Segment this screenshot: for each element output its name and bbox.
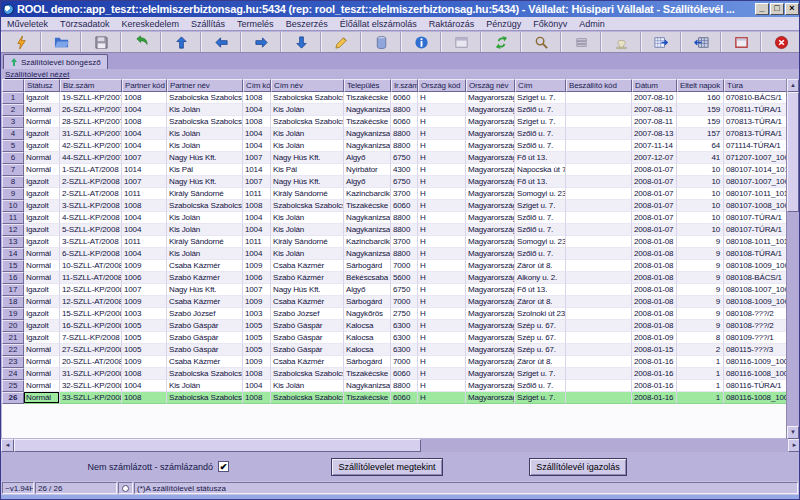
cell-eltelt-napok[interactable]: 9 <box>677 260 724 272</box>
cell-st-tusz[interactable]: Igazolt <box>24 236 60 248</box>
cell-partner-k-d[interactable]: 1008 <box>122 368 167 380</box>
cell-c-m[interactable]: Szőlő u. 7. <box>515 128 566 140</box>
cell-st-tusz[interactable]: Normál <box>24 296 60 308</box>
cell-eltelt-napok[interactable]: 8 <box>677 332 724 344</box>
cell-eltelt-napok[interactable]: 41 <box>677 152 724 164</box>
cell-orsz-g-n-v[interactable]: Magyarország <box>466 200 515 212</box>
cell-telep-l-s[interactable]: Kalocsa <box>344 320 391 332</box>
cell-biz-sz-m[interactable]: 15-SZLL-KP/2008 <box>60 308 122 320</box>
cell-orsz-g-n-v[interactable]: Magyarország <box>466 140 515 152</box>
tab-szallitolevel-bongeszo[interactable]: Szállítólevél böngésző <box>3 54 108 69</box>
cell-t-ra[interactable]: 071114-TÚRA/1 <box>724 140 788 152</box>
table-import-icon[interactable] <box>681 32 721 52</box>
cell-st-tusz[interactable]: Igazolt <box>24 284 60 296</box>
cell-besz-ll-t-k-d[interactable] <box>566 236 632 248</box>
cell-ir-sz-m[interactable]: 4300 <box>391 164 418 176</box>
cell-d-tum[interactable]: 2008-01-08 <box>632 320 677 332</box>
cell-c-m-k-d[interactable]: 1004 <box>243 212 271 224</box>
cell-partner-k-d[interactable]: 1011 <box>122 188 167 200</box>
cell-telep-l-s[interactable]: Nagykőrös <box>344 308 391 320</box>
cell-ir-sz-m[interactable]: 6300 <box>391 344 418 356</box>
row-number[interactable]: 8 <box>2 176 24 188</box>
cell-c-m-k-d[interactable]: 1008 <box>243 200 271 212</box>
cell-orsz-g-n-v[interactable]: Magyarország <box>466 296 515 308</box>
cell-st-tusz[interactable]: Normál <box>24 152 60 164</box>
cell-c-m[interactable]: Szőlő u. 7. <box>515 380 566 392</box>
cell-orsz-g-k-d[interactable]: H <box>418 368 466 380</box>
cell-d-tum[interactable]: 2008-01-16 <box>632 356 677 368</box>
cell-partner-n-v[interactable]: Kis Jolán <box>167 224 243 236</box>
cell-eltelt-napok[interactable]: 9 <box>677 320 724 332</box>
prev-record-icon[interactable] <box>201 32 241 52</box>
column-header-d-tum[interactable]: Dátum <box>632 79 677 92</box>
cell-partner-k-d[interactable]: 1004 <box>122 380 167 392</box>
cell-partner-n-v[interactable]: Szabó József <box>167 308 243 320</box>
cell-orsz-g-n-v[interactable]: Magyarország <box>466 212 515 224</box>
cell-partner-k-d[interactable]: 1005 <box>122 344 167 356</box>
row-number[interactable]: 21 <box>2 332 24 344</box>
cell-besz-ll-t-k-d[interactable] <box>566 176 632 188</box>
cell-telep-l-s[interactable]: Kazincbarcika <box>344 188 391 200</box>
cell-partner-n-v[interactable]: Szabó Kázmér <box>167 272 243 284</box>
cell-partner-k-d[interactable]: 1008 <box>122 116 167 128</box>
cell-c-m[interactable]: Szép u. 67. <box>515 344 566 356</box>
radio-icon[interactable] <box>122 485 129 492</box>
cell-eltelt-napok[interactable]: 10 <box>677 188 724 200</box>
cell-st-tusz[interactable]: Igazolt <box>24 308 60 320</box>
cell-eltelt-napok[interactable]: 9 <box>677 284 724 296</box>
cell-c-m-k-d[interactable]: 1009 <box>243 296 271 308</box>
cell-biz-sz-m[interactable]: 10-SZLL-AT/2008 <box>60 260 122 272</box>
cell-partner-k-d[interactable]: 1009 <box>122 356 167 368</box>
cell-orsz-g-k-d[interactable]: H <box>418 200 466 212</box>
column-header-orsz-g-n-v[interactable]: Ország név <box>466 79 515 92</box>
row-number[interactable]: 24 <box>2 368 24 380</box>
cell-orsz-g-k-d[interactable]: H <box>418 116 466 128</box>
cell-besz-ll-t-k-d[interactable] <box>566 224 632 236</box>
cell-st-tusz[interactable]: Igazolt <box>24 332 60 344</box>
cell-eltelt-napok[interactable]: 9 <box>677 236 724 248</box>
cell-st-tusz[interactable]: Igazolt <box>24 212 60 224</box>
table-row[interactable]: 22Normál27-SZLL-KP/20081005Szabó Gáspár1… <box>2 344 788 356</box>
menu-f-k-nyv[interactable]: Főkönyv <box>527 19 573 29</box>
cell-c-m-n-v[interactable]: Csaba Kázmér <box>271 356 344 368</box>
cell-st-tusz[interactable]: Igazolt <box>24 92 60 104</box>
cell-telep-l-s[interactable]: Nagykanizsa <box>344 128 391 140</box>
cell-telep-l-s[interactable]: Tiszakécske <box>344 368 391 380</box>
cell-c-m-k-d[interactable]: 1007 <box>243 284 271 296</box>
cell-t-ra[interactable]: 070813-TÚRA/1 <box>724 116 788 128</box>
column-header-partner-n-v[interactable]: Partner név <box>167 79 243 92</box>
cell-c-m-k-d[interactable]: 1005 <box>243 320 271 332</box>
cell-biz-sz-m[interactable]: 26-SZLL-KP/2007 <box>60 104 122 116</box>
cell-partner-n-v[interactable]: Szabolcska Szabolcs <box>167 368 243 380</box>
cell-c-m-k-d[interactable]: 1014 <box>243 164 271 176</box>
cell-telep-l-s[interactable]: Kazincbarcika <box>344 236 391 248</box>
cell-besz-ll-t-k-d[interactable] <box>566 356 632 368</box>
cell-eltelt-napok[interactable]: 9 <box>677 296 724 308</box>
cell-t-ra[interactable]: 080107-TÚRA/1 <box>724 224 788 236</box>
menu-rakt-roz-s[interactable]: Raktározás <box>423 19 481 29</box>
cell-biz-sz-m[interactable]: 12-SZLL-KP/2008 <box>60 284 122 296</box>
cell-c-m[interactable]: Napocska út 7. <box>515 164 566 176</box>
cell-ir-sz-m[interactable]: 6750 <box>391 176 418 188</box>
cell-st-tusz[interactable]: Igazolt <box>24 200 60 212</box>
cell-besz-ll-t-k-d[interactable] <box>566 272 632 284</box>
cell-t-ra[interactable]: 080108-1011_1011_KIRÁLY SÁN <box>724 236 788 248</box>
cell-eltelt-napok[interactable]: 9 <box>677 248 724 260</box>
table-row[interactable]: 14Normál6-SZLL-KP/20081004Kis Jolán1004K… <box>2 248 788 260</box>
cell-partner-k-d[interactable]: 1006 <box>122 272 167 284</box>
cell-eltelt-napok[interactable]: 10 <box>677 164 724 176</box>
cell-t-ra[interactable]: 080115-???/3 <box>724 344 788 356</box>
cell-partner-n-v[interactable]: Szabolcska Szabolcs <box>167 200 243 212</box>
cell-st-tusz[interactable]: Normál <box>24 116 60 128</box>
cell-telep-l-s[interactable]: Sárbogárd <box>344 296 391 308</box>
cell-orsz-g-k-d[interactable]: H <box>418 128 466 140</box>
cell-c-m-n-v[interactable]: Király Sándorné <box>271 236 344 248</box>
cell-t-ra[interactable]: 080108-TÚRA/1 <box>724 248 788 260</box>
cell-st-tusz[interactable]: Normál <box>24 260 60 272</box>
cell-c-m-n-v[interactable]: Kis Jolán <box>271 212 344 224</box>
database-icon[interactable] <box>361 32 401 52</box>
cell-d-tum[interactable]: 2007-08-13 <box>632 128 677 140</box>
row-number[interactable]: 9 <box>2 188 24 200</box>
cell-eltelt-napok[interactable]: 10 <box>677 212 724 224</box>
save-icon[interactable] <box>81 32 121 52</box>
